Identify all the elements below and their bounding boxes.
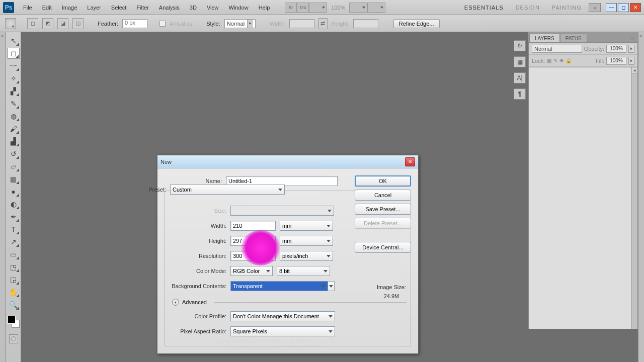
workspace-more-icon[interactable]: » xyxy=(589,3,601,12)
eraser-tool[interactable]: ▱ xyxy=(8,161,20,172)
selection-subtract-button[interactable]: ◪ xyxy=(57,18,68,29)
view-extras-dropdown[interactable] xyxy=(309,3,327,13)
blendmode-select[interactable]: Normal xyxy=(532,45,582,53)
menu-layer[interactable]: Layer xyxy=(82,3,106,13)
colorprofile-lbl: Color Profile: xyxy=(169,313,230,319)
path-select-tool[interactable]: ↗ xyxy=(8,236,20,247)
magic-wand-tool[interactable]: ✧ xyxy=(8,73,20,84)
background-select[interactable]: Transparent xyxy=(230,281,328,291)
color-swatches[interactable] xyxy=(8,316,20,328)
menu-view[interactable]: View xyxy=(202,3,224,13)
quick-mask-toggle[interactable] xyxy=(9,334,18,343)
preset-select[interactable]: Custom xyxy=(170,185,285,195)
left-edge-expand[interactable] xyxy=(0,32,6,362)
menu-filter[interactable]: Filter xyxy=(131,3,153,13)
menu-select[interactable]: Select xyxy=(106,3,132,13)
panel-menu-icon[interactable]: ≡ xyxy=(629,35,638,42)
resolution-input[interactable] xyxy=(230,251,276,261)
cancel-button[interactable]: Cancel xyxy=(355,190,411,201)
3d-tool[interactable]: ◳ xyxy=(8,261,20,273)
advanced-toggle[interactable]: ▾ xyxy=(172,299,179,306)
healing-brush-tool[interactable]: ◍ xyxy=(8,111,20,122)
width-input xyxy=(289,19,314,28)
screenmode-dropdown[interactable] xyxy=(367,3,385,13)
fill-slider-arrow[interactable] xyxy=(628,57,634,65)
tab-paths[interactable]: PATHS xyxy=(560,34,587,42)
opacity-input[interactable]: 100% xyxy=(606,45,626,53)
dlg-width-input[interactable] xyxy=(230,221,276,231)
pen-tool[interactable]: ✒ xyxy=(8,211,20,222)
lock-position-icon[interactable]: ✥ xyxy=(559,58,564,63)
window-maximize-button[interactable]: ◻ xyxy=(618,3,629,12)
colormode-select[interactable]: RGB Color xyxy=(230,266,273,276)
layers-scrollbar[interactable] xyxy=(631,67,637,329)
pixelaspect-select[interactable]: Square Pixels xyxy=(230,326,335,336)
selection-intersect-button[interactable]: ◫ xyxy=(72,18,84,29)
height-unit-select[interactable]: mm xyxy=(280,236,333,246)
swap-wh-button[interactable]: ⇄ xyxy=(318,18,328,29)
tab-layers[interactable]: LAYERS xyxy=(529,34,560,42)
blur-tool[interactable]: ● xyxy=(8,186,20,197)
window-close-button[interactable]: ✕ xyxy=(630,3,641,12)
lasso-tool[interactable]: 〰 xyxy=(8,60,20,71)
type-tool[interactable]: T xyxy=(8,224,20,235)
shape-tool[interactable]: ▭ xyxy=(8,249,20,260)
hand-tool[interactable]: ✋ xyxy=(8,287,20,298)
menu-edit[interactable]: Edit xyxy=(37,3,57,13)
history-icon[interactable]: ↻ xyxy=(514,40,526,51)
paragraph-icon[interactable]: ¶ xyxy=(514,88,526,100)
lock-transparency-icon[interactable]: ▦ xyxy=(547,58,551,63)
style-label: Style: xyxy=(206,21,220,27)
resolution-unit-select[interactable]: pixels/inch xyxy=(280,251,333,261)
right-edge-expand[interactable] xyxy=(638,32,644,362)
marquee-tool[interactable]: ◻ xyxy=(8,48,20,59)
gradient-tool[interactable]: ▦ xyxy=(8,173,20,185)
move-tool[interactable]: ↖ xyxy=(8,35,20,46)
lock-pixels-icon[interactable]: ✎ xyxy=(553,58,557,63)
mini-dock: ↻▦A|¶ xyxy=(511,32,528,362)
new-document-dialog: New ✕ Name: Preset: Custom Size: xyxy=(157,155,419,354)
width-unit-select[interactable]: mm xyxy=(280,221,333,231)
zoom-tool[interactable]: 🔍 xyxy=(8,299,20,310)
bridge-toggle[interactable]: Br xyxy=(285,3,297,13)
workspace-painting[interactable]: PAINTING xyxy=(547,3,587,13)
minibridge-toggle[interactable]: Mb xyxy=(297,3,309,13)
dialog-close-button[interactable]: ✕ xyxy=(405,157,415,166)
3d-camera-tool[interactable]: ◲ xyxy=(8,274,20,285)
menu-analysis[interactable]: Analysis xyxy=(154,3,185,13)
style-select[interactable]: Normal xyxy=(224,19,256,28)
dialog-titlebar[interactable]: New ✕ xyxy=(157,155,418,168)
workspace-essentials[interactable]: ESSENTIALS xyxy=(459,3,509,13)
menu-help[interactable]: Help xyxy=(254,3,275,13)
ok-button[interactable]: OK xyxy=(355,175,411,187)
selection-new-button[interactable]: ◻ xyxy=(27,18,38,29)
menu-3d[interactable]: 3D xyxy=(185,3,202,13)
workspace-design[interactable]: DESIGN xyxy=(511,3,545,13)
eyedropper-tool[interactable]: ✎ xyxy=(8,98,20,109)
menu-file[interactable]: File xyxy=(18,3,37,13)
scroll-up-icon[interactable] xyxy=(632,67,637,73)
arrange-dropdown[interactable] xyxy=(349,3,367,13)
clone-stamp-tool[interactable]: ▟ xyxy=(8,136,20,147)
feather-input[interactable]: 0 px xyxy=(122,19,147,28)
bitdepth-select[interactable]: 8 bit xyxy=(277,266,330,276)
menu-window[interactable]: Window xyxy=(224,3,254,13)
dodge-tool[interactable]: ◐ xyxy=(8,199,20,210)
menu-image[interactable]: Image xyxy=(57,3,83,13)
dlg-height-input[interactable] xyxy=(230,236,276,246)
opacity-slider-arrow[interactable] xyxy=(628,45,634,53)
crop-tool[interactable]: ▞ xyxy=(8,85,20,97)
refine-edge-button[interactable]: Refine Edge... xyxy=(393,19,440,28)
swatches-icon[interactable]: ▦ xyxy=(514,56,526,67)
history-brush-tool[interactable]: ↺ xyxy=(8,148,20,159)
fill-input[interactable]: 100% xyxy=(606,57,626,65)
save-preset-button[interactable]: Save Preset... xyxy=(355,204,411,215)
window-minimize-button[interactable]: — xyxy=(606,3,617,12)
brush-tool[interactable]: 🖌 xyxy=(8,123,20,134)
device-central-button[interactable]: Device Central... xyxy=(355,242,411,253)
current-tool-thumb[interactable] xyxy=(5,18,16,29)
colorprofile-select[interactable]: Don't Color Manage this Document xyxy=(230,311,335,321)
character-icon[interactable]: A| xyxy=(514,72,526,83)
selection-add-button[interactable]: ◩ xyxy=(42,18,53,29)
lock-all-icon[interactable]: 🔒 xyxy=(566,58,572,63)
